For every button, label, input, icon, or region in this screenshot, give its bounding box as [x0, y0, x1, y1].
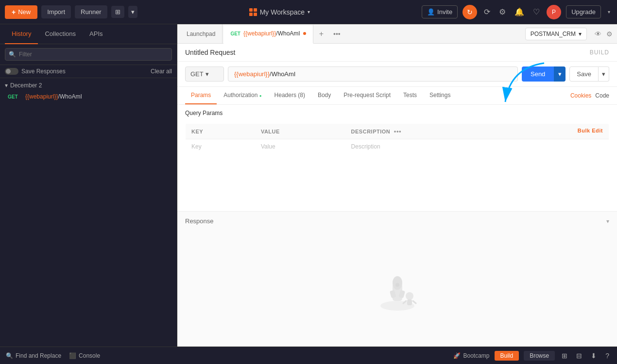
tab-body[interactable]: Body: [312, 87, 337, 104]
more-options-icon[interactable]: •••: [392, 126, 403, 137]
env-name-label: POSTMAN_CRM: [531, 31, 576, 37]
clear-all-button[interactable]: Clear all: [151, 68, 172, 75]
build-label: BUILD: [590, 49, 609, 56]
value-cell[interactable]: Value: [255, 139, 345, 154]
save-btn-group: Save ▾: [569, 66, 609, 82]
heart-icon[interactable]: ♡: [531, 5, 542, 18]
tab-launchpad[interactable]: Launchpad: [180, 24, 223, 43]
environment-selector[interactable]: POSTMAN_CRM ▾: [525, 28, 587, 40]
plus-icon: +: [12, 8, 16, 16]
env-chevron-icon: ▾: [579, 31, 582, 37]
tab-tests[interactable]: Tests: [397, 87, 423, 104]
save-responses-toggle[interactable]: [5, 68, 18, 75]
url-display[interactable]: {{webapiurl}}/WhoAmI: [228, 66, 518, 82]
sidebar-tabs: History Collections APIs: [0, 24, 177, 44]
filter-input[interactable]: [5, 48, 172, 61]
settings-icon[interactable]: ⚙: [497, 5, 508, 18]
bulk-edit-button[interactable]: Bulk Edit: [578, 128, 603, 133]
invite-button[interactable]: 👤 Invite: [422, 5, 458, 18]
menu-chevron-icon[interactable]: ▾: [606, 7, 612, 17]
workspace-icon: [249, 8, 257, 16]
url-var: {{webapiurl}}: [25, 93, 58, 100]
content-wrapper: Launchpad GET {{webapiurl}}/WhoAmI + •••…: [177, 24, 617, 347]
key-cell[interactable]: Key: [186, 139, 255, 154]
history-date-group[interactable]: ▾ December 2: [5, 82, 172, 89]
request-header: Untitled Request BUILD: [177, 44, 617, 62]
method-value: GET: [190, 70, 204, 78]
search-icon: 🔍: [6, 352, 13, 359]
console-item[interactable]: ⬛ Console: [69, 352, 100, 359]
code-link[interactable]: Code: [595, 92, 609, 99]
columns-icon[interactable]: ⊟: [574, 350, 584, 362]
url-path: /WhoAmI: [270, 70, 295, 78]
tune-icon[interactable]: ⚙: [604, 28, 615, 40]
history-section: ▾ December 2 GET {{webapiurl}}/WhoAmI: [0, 78, 177, 106]
bootcamp-icon: 🚀: [453, 352, 461, 359]
request-tabs-right: Cookies Code: [570, 92, 609, 99]
history-url: {{webapiurl}}/WhoAmI: [25, 93, 82, 100]
import-button[interactable]: Import: [41, 5, 71, 18]
bell-icon[interactable]: 🔔: [513, 5, 526, 18]
layout-button[interactable]: ⊞: [111, 6, 124, 18]
svg-point-5: [395, 283, 399, 287]
sidebar-filter-section: 🔍: [0, 44, 177, 65]
tab-headers[interactable]: Headers (8): [269, 87, 311, 104]
tab-request[interactable]: GET {{webapiurl}}/WhoAmI: [223, 25, 313, 44]
svg-line-9: [413, 301, 416, 303]
value-column-header: VALUE: [255, 124, 345, 139]
browse-tab-button[interactable]: Browse: [524, 351, 555, 361]
tab-prerequest[interactable]: Pre-request Script: [338, 87, 396, 104]
method-label: GET: [8, 94, 21, 99]
layout-dropdown[interactable]: ▾: [128, 6, 137, 18]
request-title: Untitled Request: [185, 49, 236, 56]
bottom-bar-right: 🚀 Bootcamp Build Browse ⊞ ⊟ ⬇ ?: [453, 350, 611, 362]
eye-icon[interactable]: 👁: [593, 28, 603, 40]
new-button[interactable]: + New: [5, 5, 37, 19]
tabs-bar: Launchpad GET {{webapiurl}}/WhoAmI + •••…: [177, 24, 617, 44]
response-collapse-icon[interactable]: ▾: [606, 218, 609, 225]
console-label: Console: [79, 352, 100, 359]
description-column-header: DESCRIPTION Bulk Edit •••: [345, 124, 609, 139]
add-tab-button[interactable]: +: [314, 30, 328, 38]
workspace-button[interactable]: My Workspace ▾: [249, 8, 310, 16]
build-tab-button[interactable]: Build: [495, 351, 519, 361]
chevron-down-icon: ▾: [5, 82, 8, 89]
tab-params[interactable]: Params: [185, 87, 217, 104]
tab-authorization[interactable]: Authorization ●: [218, 87, 267, 104]
sidebar-tab-history[interactable]: History: [5, 24, 38, 44]
sidebar-controls: Save Responses Clear all: [0, 65, 177, 78]
top-nav: + New Import Runner ⊞ ▾ My Workspace ▾ 👤…: [0, 0, 617, 24]
cookies-link[interactable]: Cookies: [570, 92, 591, 99]
sidebar-tab-collections[interactable]: Collections: [38, 24, 83, 44]
sidebar: History Collections APIs 🔍 Save Response…: [0, 24, 177, 347]
help-icon[interactable]: ?: [603, 350, 611, 362]
upgrade-button[interactable]: Upgrade: [566, 5, 601, 18]
params-section: Query Params KEY VALUE DESCRIPTION Bulk …: [177, 105, 617, 211]
list-item[interactable]: GET {{webapiurl}}/WhoAmI: [5, 91, 172, 102]
more-tabs-button[interactable]: •••: [329, 30, 344, 38]
history-icon[interactable]: ⟳: [482, 5, 492, 18]
response-empty-state: [177, 231, 617, 347]
save-responses-label: Save Responses: [21, 68, 66, 75]
method-select[interactable]: GET ▾: [185, 66, 224, 82]
send-dropdown-button[interactable]: ▾: [554, 66, 566, 82]
sync-icon[interactable]: ↻: [463, 5, 477, 19]
description-cell[interactable]: Description: [345, 139, 609, 154]
sidebar-tab-apis[interactable]: APIs: [83, 24, 109, 44]
bootcamp-item[interactable]: 🚀 Bootcamp: [453, 352, 489, 359]
grid-icon[interactable]: ⊞: [560, 350, 569, 362]
top-nav-right: 👤 Invite ↻ ⟳ ⚙ 🔔 ♡ P Upgrade ▾: [422, 5, 612, 19]
save-dropdown-button[interactable]: ▾: [599, 66, 609, 82]
tab-url-label: {{webapiurl}}/WhoAmI: [243, 30, 300, 37]
toggle-wrap: Save Responses: [5, 68, 66, 75]
avatar[interactable]: P: [547, 5, 561, 19]
tab-unsaved-dot: [303, 32, 306, 35]
tab-settings[interactable]: Settings: [424, 87, 456, 104]
find-replace-label: Find and Replace: [16, 352, 61, 359]
find-replace-item[interactable]: 🔍 Find and Replace: [6, 352, 61, 359]
send-button[interactable]: Send: [522, 66, 554, 82]
runner-button[interactable]: Runner: [75, 5, 107, 18]
save-button[interactable]: Save: [569, 66, 599, 82]
download-icon[interactable]: ⬇: [589, 350, 599, 362]
content-area: Launchpad GET {{webapiurl}}/WhoAmI + •••…: [177, 24, 617, 347]
